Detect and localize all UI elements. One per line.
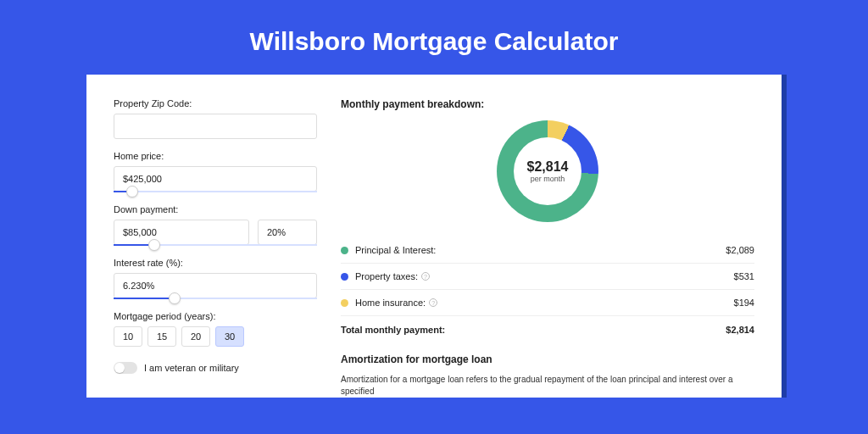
legend-val-insurance: $194: [734, 298, 754, 308]
breakdown-title: Monthly payment breakdown:: [341, 98, 754, 110]
legend-row-taxes: Property taxes: ? $531: [341, 264, 754, 290]
down-slider[interactable]: [114, 244, 317, 246]
price-field-group: Home price:: [114, 151, 317, 192]
veteran-toggle[interactable]: [114, 362, 137, 374]
donut-sub: per month: [531, 175, 565, 183]
legend-val-principal: $2,089: [726, 245, 754, 255]
legend-row-principal: Principal & Interest: $2,089: [341, 237, 754, 264]
period-btn-15[interactable]: 15: [147, 326, 176, 347]
period-label: Mortgage period (years):: [114, 311, 317, 321]
amort-text: Amortization for a mortgage loan refers …: [341, 374, 754, 398]
donut-value: $2,814: [527, 159, 569, 175]
rate-input[interactable]: [114, 273, 317, 298]
veteran-toggle-knob: [114, 363, 125, 373]
rate-slider[interactable]: [114, 298, 317, 299]
inputs-column: Property Zip Code: Home price: Down paym…: [114, 98, 317, 398]
period-field-group: Mortgage period (years): 10 15 20 30: [114, 311, 317, 347]
total-row: Total monthly payment: $2,814: [341, 316, 754, 347]
total-label: Total monthly payment:: [341, 325, 726, 335]
legend-label-insurance-text: Home insurance:: [355, 298, 426, 308]
legend-label-taxes-text: Property taxes:: [355, 271, 418, 281]
veteran-row: I am veteran or military: [114, 362, 317, 374]
period-btn-20[interactable]: 20: [181, 326, 210, 347]
rate-field-group: Interest rate (%):: [114, 258, 317, 299]
legend-dot-principal: [341, 247, 348, 254]
price-slider-thumb[interactable]: [126, 186, 138, 198]
legend-val-taxes: $531: [734, 271, 754, 281]
donut-chart-wrap: $2,814 per month: [341, 120, 754, 222]
calculator-card: Property Zip Code: Home price: Down paym…: [86, 75, 782, 398]
breakdown-column: Monthly payment breakdown: $2,814 per mo…: [341, 98, 754, 398]
donut-center: $2,814 per month: [514, 137, 581, 205]
down-amount-input[interactable]: [114, 220, 249, 245]
donut-chart: $2,814 per month: [497, 120, 598, 222]
period-btn-30[interactable]: 30: [215, 326, 244, 347]
down-field-group: Down payment:: [114, 204, 317, 246]
price-label: Home price:: [114, 151, 317, 161]
legend-label-insurance: Home insurance: ?: [355, 298, 734, 308]
legend-label-taxes: Property taxes: ?: [355, 271, 734, 281]
info-icon[interactable]: ?: [429, 298, 437, 307]
legend-dot-insurance: [341, 299, 348, 307]
down-label: Down payment:: [114, 204, 317, 214]
legend-label-principal: Principal & Interest:: [355, 245, 726, 255]
total-value: $2,814: [726, 325, 754, 335]
down-pct-input[interactable]: [258, 220, 317, 245]
zip-field-group: Property Zip Code:: [114, 98, 317, 139]
zip-label: Property Zip Code:: [114, 98, 317, 108]
legend-dot-taxes: [341, 273, 348, 281]
down-slider-thumb[interactable]: [148, 239, 160, 251]
price-input[interactable]: [114, 166, 317, 192]
zip-input[interactable]: [114, 114, 317, 139]
info-icon[interactable]: ?: [421, 272, 430, 281]
page-title: Willsboro Mortgage Calculator: [0, 0, 868, 75]
period-btn-10[interactable]: 10: [114, 326, 142, 347]
rate-slider-thumb[interactable]: [169, 292, 181, 304]
price-slider[interactable]: [114, 191, 317, 192]
amort-title: Amortization for mortgage loan: [341, 353, 754, 365]
rate-label: Interest rate (%):: [114, 258, 317, 268]
period-options: 10 15 20 30: [114, 326, 317, 347]
legend-row-insurance: Home insurance: ? $194: [341, 290, 754, 316]
veteran-label: I am veteran or military: [144, 363, 239, 373]
